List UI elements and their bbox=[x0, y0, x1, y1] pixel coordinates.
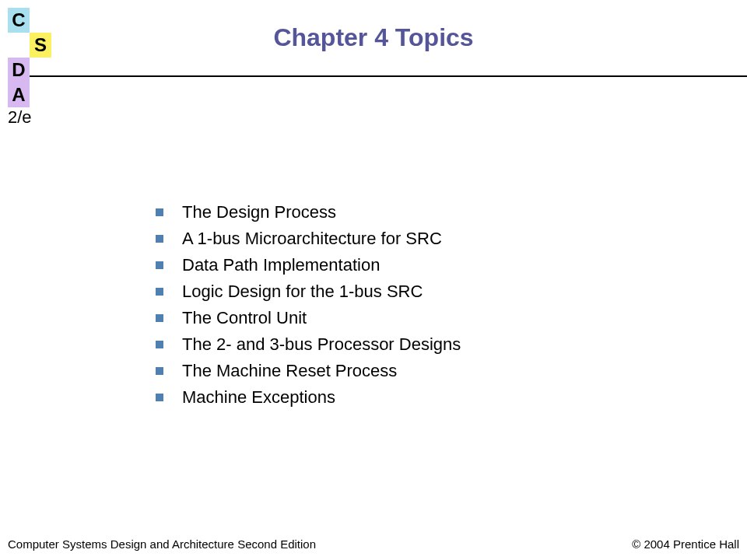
list-item: Logic Design for the 1-bus SRC bbox=[156, 282, 669, 302]
bullet-icon bbox=[156, 288, 163, 296]
bullet-text: The Machine Reset Process bbox=[182, 361, 397, 381]
bullet-text: Logic Design for the 1-bus SRC bbox=[182, 282, 423, 302]
bullet-text: A 1-bus Microarchitecture for SRC bbox=[182, 229, 442, 249]
list-item: The Control Unit bbox=[156, 308, 669, 328]
list-item: The Design Process bbox=[156, 202, 669, 222]
bullet-icon bbox=[156, 367, 163, 375]
list-item: A 1-bus Microarchitecture for SRC bbox=[156, 229, 669, 249]
bullet-text: Machine Exceptions bbox=[182, 387, 335, 408]
bullet-text: The Control Unit bbox=[182, 308, 307, 328]
list-item: The 2- and 3-bus Processor Designs bbox=[156, 334, 669, 355]
bullet-icon bbox=[156, 208, 163, 216]
bullet-icon bbox=[156, 341, 163, 348]
bullet-icon bbox=[156, 235, 163, 243]
bullet-icon bbox=[156, 394, 163, 401]
bullet-list: The Design Process A 1-bus Microarchitec… bbox=[156, 202, 669, 414]
logo-area: C S D A 2/e bbox=[0, 0, 74, 124]
logo-letter-d: D bbox=[8, 58, 30, 82]
bullet-text: The Design Process bbox=[182, 202, 336, 222]
logo-edition: 2/e bbox=[8, 107, 32, 128]
bullet-icon bbox=[156, 261, 163, 269]
bullet-icon bbox=[156, 314, 163, 322]
list-item: Data Path Implementation bbox=[156, 255, 669, 275]
footer-book-title: Computer Systems Design and Architecture… bbox=[8, 537, 316, 551]
logo-letter-a: A bbox=[8, 82, 30, 107]
footer-copyright: © 2004 Prentice Hall bbox=[632, 537, 739, 551]
bullet-text: The 2- and 3-bus Processor Designs bbox=[182, 334, 461, 355]
list-item: Machine Exceptions bbox=[156, 387, 669, 408]
title-rule bbox=[30, 75, 747, 77]
bullet-text: Data Path Implementation bbox=[182, 255, 380, 275]
slide-title: Chapter 4 Topics bbox=[0, 23, 747, 52]
list-item: The Machine Reset Process bbox=[156, 361, 669, 381]
